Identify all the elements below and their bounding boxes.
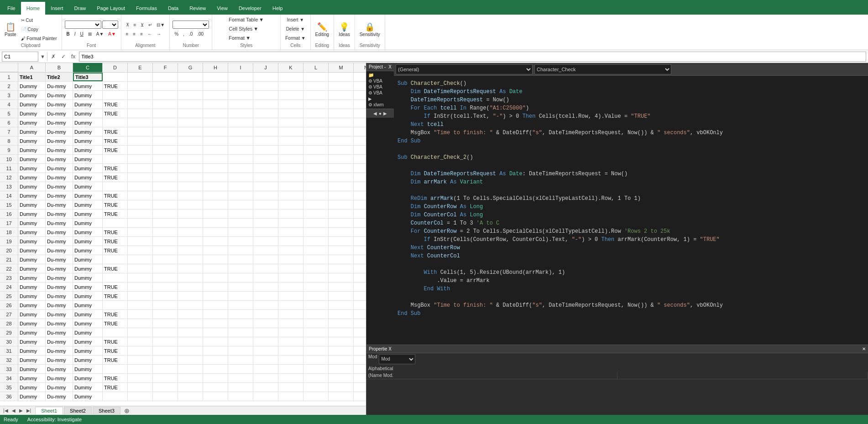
cell-c1[interactable]: Title3	[73, 73, 103, 81]
cell-N8[interactable]	[354, 136, 366, 145]
cell-M16[interactable]	[329, 209, 354, 218]
cell-D15[interactable]: TRUE	[103, 200, 128, 209]
cell-H19[interactable]	[203, 237, 228, 246]
row-num-20[interactable]: 20	[0, 246, 18, 255]
row-num-34[interactable]: 34	[0, 374, 18, 382]
cell-M24[interactable]	[329, 283, 354, 291]
tree-vbaproject[interactable]: 📁	[367, 72, 393, 78]
cell-G18[interactable]	[178, 228, 203, 236]
cell-K2[interactable]	[278, 82, 303, 90]
cell-N26[interactable]	[354, 301, 366, 309]
cell-C7[interactable]: Dummy	[73, 127, 103, 136]
cell-F23[interactable]	[153, 273, 178, 282]
props-name-value[interactable]	[617, 372, 868, 379]
tree-xlwm[interactable]: ⚙ xlwm	[367, 102, 393, 108]
cell-B32[interactable]: Du-mmy	[46, 356, 73, 364]
cell-L26[interactable]	[303, 301, 329, 309]
cell-J12[interactable]	[253, 173, 278, 182]
cell-A10[interactable]: Dummy	[18, 155, 46, 163]
cell-C6[interactable]: Dummy	[73, 118, 103, 127]
cell-H28[interactable]	[203, 319, 228, 328]
cell-d1[interactable]	[103, 73, 128, 81]
sensitivity-button[interactable]: 🔒 Sensitivity	[358, 17, 382, 41]
cell-C8[interactable]: Dummy	[73, 136, 103, 145]
row-num-19[interactable]: 19	[0, 237, 18, 246]
cell-N34[interactable]	[354, 374, 366, 382]
cell-C28[interactable]: Dummy	[73, 319, 103, 328]
vba-editor[interactable]: Sub Character_Check() Dim DateTimeReport…	[394, 76, 868, 345]
col-header-n[interactable]: N	[354, 63, 366, 72]
tree-vba1[interactable]: ⚙ VBA	[367, 78, 393, 84]
cell-I8[interactable]	[228, 136, 253, 145]
row-num-25[interactable]: 25	[0, 292, 18, 300]
cell-K23[interactable]	[278, 273, 303, 282]
cell-I21[interactable]	[228, 255, 253, 264]
cell-L15[interactable]	[303, 200, 329, 209]
cell-N29[interactable]	[354, 328, 366, 337]
row-num-8[interactable]: 8	[0, 136, 18, 145]
cell-N17[interactable]	[354, 219, 366, 227]
cell-B23[interactable]: Du-mmy	[46, 273, 73, 282]
cell-I34[interactable]	[228, 374, 253, 382]
cell-B34[interactable]: Du-mmy	[46, 374, 73, 382]
delete-button[interactable]: Delete ▼	[284, 25, 307, 33]
row-num-6[interactable]: 6	[0, 118, 18, 127]
cell-F13[interactable]	[153, 182, 178, 191]
cell-I31[interactable]	[228, 346, 253, 355]
tab-view[interactable]: View	[211, 2, 233, 15]
cell-E9[interactable]	[128, 146, 153, 154]
row-num-18[interactable]: 18	[0, 228, 18, 236]
cell-M12[interactable]	[329, 173, 354, 182]
cell-K14[interactable]	[278, 191, 303, 200]
cell-N21[interactable]	[354, 255, 366, 264]
cell-F21[interactable]	[153, 255, 178, 264]
col-header-l[interactable]: L	[303, 63, 329, 72]
cell-J15[interactable]	[253, 200, 278, 209]
row-num-26[interactable]: 26	[0, 301, 18, 309]
cell-F12[interactable]	[153, 173, 178, 182]
cell-L5[interactable]	[303, 109, 329, 118]
cell-M6[interactable]	[329, 118, 354, 127]
cell-N30[interactable]	[354, 337, 366, 346]
cell-M11[interactable]	[329, 164, 354, 173]
cell-I36[interactable]	[228, 392, 253, 401]
cell-E26[interactable]	[128, 301, 153, 309]
font-family-select[interactable]	[65, 21, 101, 29]
cell-H6[interactable]	[203, 118, 228, 127]
cell-A4[interactable]: Dummy	[18, 100, 46, 109]
cell-e1[interactable]	[128, 73, 153, 81]
cell-A32[interactable]: Dummy	[18, 356, 46, 364]
cell-I22[interactable]	[228, 264, 253, 273]
cell-K34[interactable]	[278, 374, 303, 382]
cell-I16[interactable]	[228, 209, 253, 218]
cell-G35[interactable]	[178, 383, 203, 392]
tab-help[interactable]: Help	[267, 2, 288, 15]
row-num-2[interactable]: 2	[0, 82, 18, 90]
cell-B28[interactable]: Du-mmy	[46, 319, 73, 328]
cell-J30[interactable]	[253, 337, 278, 346]
cell-M23[interactable]	[329, 273, 354, 282]
tab-file[interactable]: File	[2, 2, 21, 15]
cell-G20[interactable]	[178, 246, 203, 255]
cell-F16[interactable]	[153, 209, 178, 218]
cell-D26[interactable]	[103, 301, 128, 309]
cell-K3[interactable]	[278, 91, 303, 99]
cell-A23[interactable]: Dummy	[18, 273, 46, 282]
cell-G23[interactable]	[178, 273, 203, 282]
cell-L21[interactable]	[303, 255, 329, 264]
col-header-h[interactable]: H	[203, 63, 228, 72]
row-num-9[interactable]: 9	[0, 146, 18, 154]
cell-M10[interactable]	[329, 155, 354, 163]
cell-J32[interactable]	[253, 356, 278, 364]
cell-B15[interactable]: Du-mmy	[46, 200, 73, 209]
cell-N5[interactable]	[354, 109, 366, 118]
cell-I2[interactable]	[228, 82, 253, 90]
cell-L17[interactable]	[303, 219, 329, 227]
merge-button[interactable]: ⊟▼	[155, 21, 167, 29]
cell-E10[interactable]	[128, 155, 153, 163]
cell-G16[interactable]	[178, 209, 203, 218]
add-sheet-button[interactable]: ⊕	[121, 406, 132, 415]
cell-B19[interactable]: Du-mmy	[46, 237, 73, 246]
cell-F25[interactable]	[153, 292, 178, 300]
cell-B11[interactable]: Du-mmy	[46, 164, 73, 173]
